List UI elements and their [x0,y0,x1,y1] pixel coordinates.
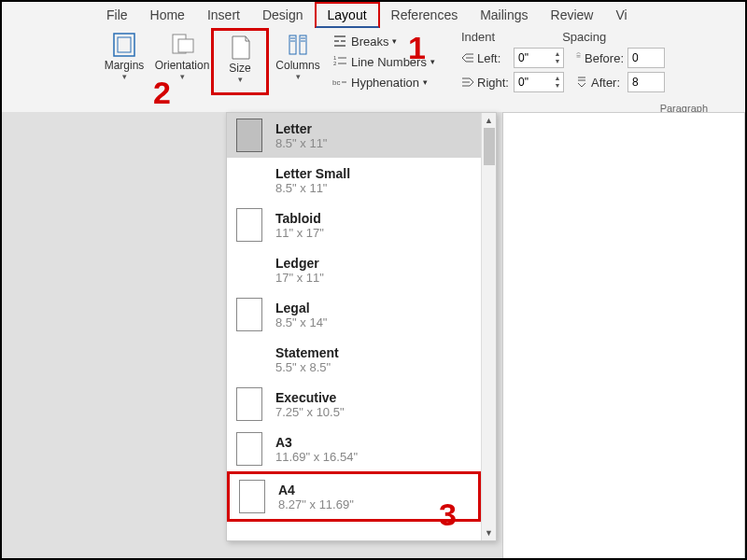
ribbon: Margins ▾ Orientation ▾ Size ▾ Columns ▾ [2,28,745,112]
spacing-before-label: Before: [575,51,624,65]
indent-right-icon [461,76,474,89]
svg-text:2: 2 [333,61,337,66]
size-dimensions: 11" x 17" [275,226,324,240]
size-dimensions: 8.5" x 11" [275,181,350,195]
page-icon [236,119,262,152]
tab-file[interactable]: File [95,4,139,26]
size-dropdown: Letter8.5" x 11"Letter Small8.5" x 11"Ta… [226,112,497,541]
size-dimensions: 7.25" x 10.5" [275,405,345,419]
page-icon [239,480,265,513]
chevron-down-icon: ▾ [122,72,127,81]
size-name: A4 [278,483,354,497]
size-label: Size [229,63,250,75]
breaks-icon [332,34,347,49]
breaks-label: Breaks [351,35,388,49]
page-icon [236,387,262,421]
columns-button[interactable]: Columns ▾ [269,28,327,95]
size-options-list: Letter8.5" x 11"Letter Small8.5" x 11"Ta… [227,113,481,540]
size-option-executive[interactable]: Executive7.25" x 10.5" [227,382,481,427]
page-icon [236,208,262,242]
margins-button[interactable]: Margins ▾ [95,28,153,95]
size-dimensions: 17" x 11" [275,271,324,285]
size-option-a3[interactable]: A311.69" x 16.54" [227,427,481,471]
spacing-before-icon [575,51,582,64]
indent-left-input[interactable]: ▲▼ [514,48,564,68]
scroll-down-icon[interactable]: ▼ [482,525,496,540]
chevron-down-icon: ▾ [180,72,185,81]
hyphenation-button[interactable]: bc Hyphenation ▾ [332,75,444,90]
indent-left-label: Left: [461,51,510,65]
size-name: Legal [275,301,328,315]
ribbon-tabs: FileHomeInsertDesignLayoutReferencesMail… [2,2,745,28]
page-icon [236,432,262,466]
spinner-up-icon[interactable]: ▲ [552,75,563,82]
orientation-label: Orientation [155,60,210,72]
line-numbers-icon: 12 [332,54,347,69]
size-option-ledger[interactable]: Ledger17" x 11" [227,247,481,292]
tab-references[interactable]: References [380,4,470,26]
hyphenation-icon: bc [332,75,347,90]
spinner-up-icon[interactable]: ▲ [552,50,563,58]
scroll-up-icon[interactable]: ▲ [482,113,496,128]
size-dimensions: 5.5" x 8.5" [275,360,339,374]
tab-insert[interactable]: Insert [196,4,251,26]
indent-header: Indent [461,30,495,44]
columns-label: Columns [275,60,319,72]
spinner-down-icon[interactable]: ▼ [552,82,563,90]
size-option-tabloid[interactable]: Tabloid11" x 17" [227,203,481,247]
tab-layout[interactable]: Layout [315,2,380,29]
indent-right-label: Right: [461,76,510,90]
size-name: Tabloid [275,211,324,226]
page-setup-small: Breaks ▾ 12 Line Numbers ▾ bc Hyphenatio… [327,28,446,112]
margins-label: Margins [105,60,145,72]
tab-review[interactable]: Review [540,4,605,26]
spacing-after-label: After: [575,76,624,90]
document-area[interactable] [502,112,745,560]
size-dimensions: 11.69" x 16.54" [275,450,358,464]
indent-left-value[interactable] [514,51,552,64]
size-name: Statement [275,345,339,360]
svg-text:bc: bc [332,78,340,87]
size-option-letter-small[interactable]: Letter Small8.5" x 11" [227,158,481,203]
size-option-letter[interactable]: Letter8.5" x 11" [227,113,481,158]
margins-icon [111,32,137,58]
spacing-after-value[interactable] [628,76,647,89]
tab-vi[interactable]: Vi [604,4,638,26]
annotation-1: 1 [408,30,426,66]
chevron-down-icon: ▾ [392,36,397,46]
hyphenation-label: Hyphenation [351,76,419,90]
paragraph-group: Indent Spacing Left: ▲▼ Before: [446,28,670,112]
page-icon [236,298,262,331]
chevron-down-icon: ▾ [430,57,435,66]
spacing-header: Spacing [562,30,606,44]
size-name: Letter [275,121,328,136]
size-button[interactable]: Size ▾ [211,28,269,95]
size-name: Ledger [275,256,324,271]
breaks-button[interactable]: Breaks ▾ [332,34,444,49]
size-option-legal[interactable]: Legal8.5" x 14" [227,292,481,337]
dropdown-scrollbar[interactable]: ▲ ▼ [481,113,496,540]
spinner-down-icon[interactable]: ▼ [552,58,563,65]
svg-rect-1 [118,37,131,52]
size-dimensions: 8.5" x 11" [275,136,328,150]
size-name: A3 [275,435,358,450]
orientation-icon [169,32,195,58]
size-name: Executive [275,390,345,405]
tab-home[interactable]: Home [139,4,196,26]
scroll-thumb[interactable] [484,128,495,165]
indent-right-value[interactable] [514,76,552,89]
size-option-statement[interactable]: Statement5.5" x 8.5" [227,337,481,382]
chevron-down-icon: ▾ [423,77,428,87]
size-dimensions: 8.5" x 14" [275,315,328,329]
annotation-2: 2 [153,75,171,111]
indent-right-input[interactable]: ▲▼ [514,72,564,92]
spacing-before-input[interactable] [627,48,665,68]
spacing-before-value[interactable] [628,51,647,64]
annotation-3: 3 [439,497,457,533]
spacing-after-input[interactable] [627,72,665,92]
line-numbers-button[interactable]: 12 Line Numbers ▾ [332,54,444,69]
tab-mailings[interactable]: Mailings [469,4,539,26]
tab-design[interactable]: Design [251,4,315,26]
svg-rect-3 [178,39,193,52]
chevron-down-icon: ▾ [296,72,301,81]
